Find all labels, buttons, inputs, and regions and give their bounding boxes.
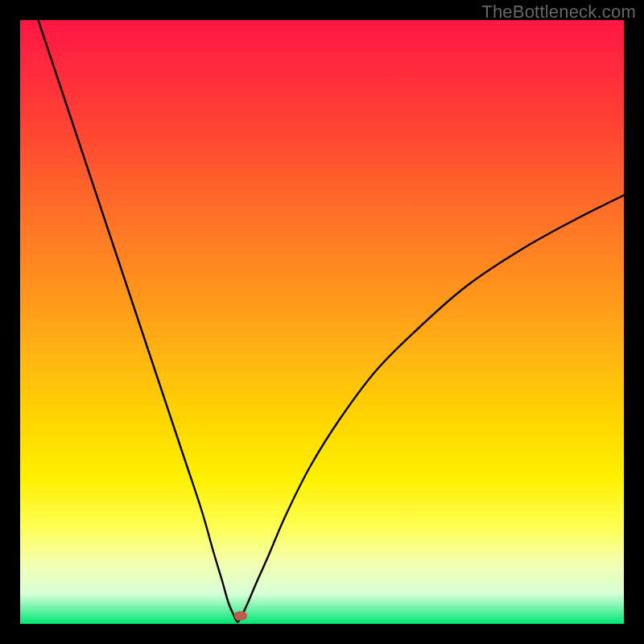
optimal-point-marker bbox=[234, 612, 247, 621]
watermark-text: TheBottleneck.com bbox=[481, 2, 636, 23]
chart-area bbox=[20, 20, 624, 624]
